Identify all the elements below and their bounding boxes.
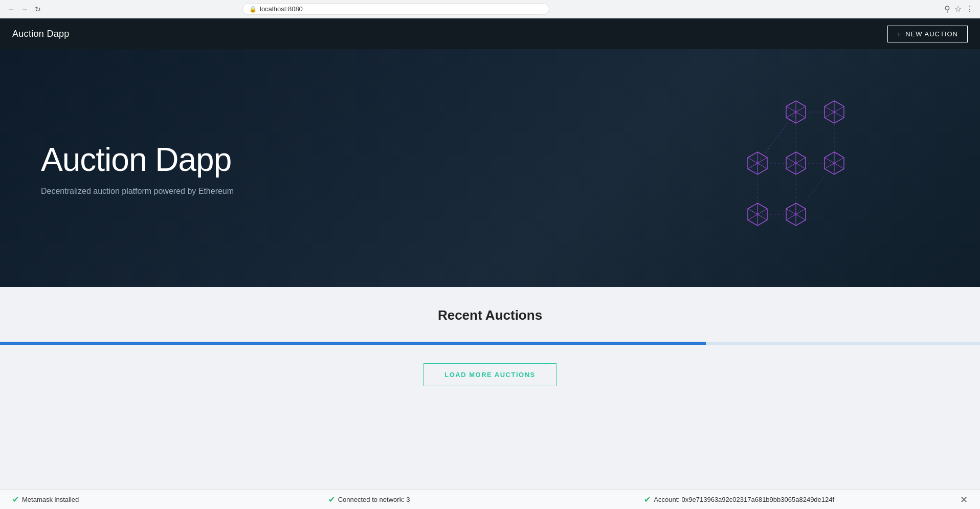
hero-subtitle: Decentralized auction platform powered b… [41, 187, 234, 196]
progress-container [0, 342, 980, 345]
hero-title: Auction Dapp [41, 141, 234, 179]
address-bar[interactable]: 🔒 localhost:8080 [242, 3, 549, 15]
browser-nav-buttons: ← → ↻ [6, 4, 43, 14]
refresh-button[interactable]: ↻ [33, 4, 43, 14]
svg-point-40 [833, 110, 836, 114]
svg-point-44 [756, 213, 759, 216]
main-content: Recent Auctions LOAD MORE AUCTIONS [0, 287, 980, 451]
hero-section: Auction Dapp Decentralized auction platf… [0, 49, 980, 287]
forward-button[interactable]: → [19, 4, 30, 14]
svg-point-42 [794, 162, 797, 165]
menu-icon[interactable]: ⋮ [966, 4, 974, 14]
plus-icon: + [897, 30, 902, 38]
svg-point-43 [833, 162, 836, 165]
load-more-auctions-button[interactable]: LOAD MORE AUCTIONS [424, 363, 556, 386]
zoom-icon[interactable]: ⚲ [944, 4, 950, 14]
section-title: Recent Auctions [0, 307, 980, 323]
new-auction-label: NEW AUCTION [905, 30, 958, 38]
progress-bar [0, 342, 706, 345]
browser-right-icons: ⚲ ☆ ⋮ [944, 4, 974, 14]
browser-chrome: ← → ↻ 🔒 localhost:8080 ⚲ ☆ ⋮ [0, 0, 980, 18]
cube-network-graphic [714, 86, 878, 250]
navbar-brand: Auction Dapp [12, 29, 70, 39]
svg-point-45 [794, 213, 797, 216]
security-icon: 🔒 [249, 6, 257, 13]
new-auction-button[interactable]: + NEW AUCTION [887, 26, 968, 42]
navbar: Auction Dapp + NEW AUCTION [0, 18, 980, 49]
back-button[interactable]: ← [6, 4, 16, 14]
url-text: localhost:8080 [260, 5, 303, 13]
svg-point-41 [756, 162, 759, 165]
svg-point-39 [794, 110, 797, 114]
bookmark-icon[interactable]: ☆ [954, 4, 962, 14]
load-more-container: LOAD MORE AUCTIONS [0, 363, 980, 386]
cube-network-svg [714, 86, 878, 250]
hero-content: Auction Dapp Decentralized auction platf… [0, 110, 275, 227]
